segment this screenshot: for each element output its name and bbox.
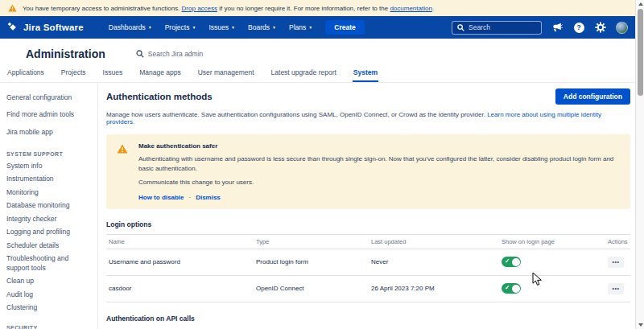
warning-actions: How to disable · Dismiss — [138, 194, 619, 201]
nav-menu-dashboards[interactable]: Dashboards▾ — [103, 20, 157, 35]
nav-menu-issues[interactable]: Issues▾ — [203, 20, 240, 35]
warning-icon — [117, 142, 128, 157]
tab-system[interactable]: System — [353, 66, 378, 82]
row-actions-button[interactable]: ••• — [608, 257, 624, 268]
toggle-knob — [512, 258, 520, 266]
sidebar-item-monitoring[interactable]: Monitoring — [6, 186, 91, 199]
nav-menu-label: Boards — [248, 23, 270, 31]
jira-logo-icon — [7, 22, 19, 33]
nav-menu-boards[interactable]: Boards▾ — [242, 20, 281, 35]
api-auth-title: Authentication on API calls — [106, 315, 630, 323]
settings-gear-icon[interactable] — [594, 21, 607, 34]
checkmark-icon: ✓ — [505, 284, 510, 291]
column-header-name: Name — [106, 235, 254, 249]
sidebar-item-integrity-checker[interactable]: Integrity checker — [6, 212, 91, 225]
sidebar-item-scheduler-details[interactable]: Scheduler details — [6, 239, 91, 252]
nav-search-box[interactable] — [452, 21, 542, 35]
scroll-down-arrow-icon[interactable] — [638, 323, 643, 327]
sidebar-item-instrumentation[interactable]: Instrumentation — [6, 173, 91, 186]
main-header: Authentication methods Add configuration — [106, 88, 630, 105]
row-show-on-login-cell: ✓ — [499, 276, 605, 301]
top-navbar: Jira Software Dashboards▾ Projects▾ Issu… — [0, 16, 635, 39]
row-last-updated: 26 April 2023 7:20 PM — [369, 278, 499, 299]
sidebar-item-logging-and-profiling[interactable]: Logging and profiling — [6, 226, 91, 239]
scroll-up-arrow-icon[interactable] — [638, 2, 643, 6]
chevron-down-icon: ▾ — [273, 25, 275, 30]
row-actions-cell: ••• — [605, 249, 630, 275]
column-header-show-on-login: Show on login page — [499, 235, 605, 249]
search-icon — [457, 24, 464, 31]
scrollbar-thumb[interactable] — [638, 9, 643, 96]
nav-menu-label: Dashboards — [109, 23, 146, 31]
admin-tabs: Applications Projects Issues Manage apps… — [0, 66, 635, 83]
column-header-actions: Actions — [605, 235, 631, 249]
admin-search[interactable] — [136, 50, 253, 58]
show-on-login-toggle[interactable]: ✓ — [502, 283, 521, 294]
how-to-disable-link[interactable]: How to disable — [138, 194, 184, 201]
row-type: OpenID Connect — [254, 278, 369, 299]
login-options-title: Login options — [106, 220, 630, 228]
tab-issues[interactable]: Issues — [102, 66, 124, 82]
question-mark-glyph: ? — [574, 23, 584, 33]
drop-access-link[interactable]: Drop access — [182, 5, 217, 12]
main-pane: Authentication methods Add configuration… — [98, 83, 635, 329]
page-title: Administration — [26, 47, 105, 60]
admin-search-input[interactable] — [148, 50, 253, 58]
tab-applications[interactable]: Applications — [6, 66, 45, 82]
sidebar-item-clean-up[interactable]: Clean up — [6, 275, 91, 288]
warning-title: Make authentication safer — [138, 142, 619, 150]
section-heading: Authentication methods — [106, 92, 213, 101]
jira-admin-app: You have temporary access to administrat… — [0, 0, 635, 329]
warning-body: Authenticating with username and passwor… — [138, 154, 619, 173]
sidebar-item-jira-mobile-app[interactable]: Jira mobile app — [6, 124, 91, 141]
sidebar-group-title: SYSTEM SUPPORT — [6, 151, 91, 157]
ellipsis-icon: ••• — [613, 286, 620, 291]
description-text: Manage how users authenticate. Save auth… — [106, 111, 487, 118]
banner-text-suffix: . — [432, 5, 434, 12]
user-avatar[interactable] — [616, 22, 628, 34]
dismiss-link[interactable]: Dismiss — [196, 194, 221, 201]
search-icon — [136, 50, 144, 58]
announcement-icon[interactable] — [551, 21, 564, 34]
nav-menu-projects[interactable]: Projects▾ — [159, 20, 201, 35]
jira-logo[interactable]: Jira Software — [7, 22, 84, 33]
sidebar-item-system-info[interactable]: System info — [6, 159, 91, 172]
sidebar-group-title: SECURITY — [6, 325, 91, 329]
nav-menu-label: Projects — [165, 23, 190, 31]
sidebar-item-database-monitoring[interactable]: Database monitoring — [6, 199, 91, 212]
banner-text: You have temporary access to administrat… — [23, 5, 434, 12]
row-actions-button[interactable]: ••• — [608, 283, 624, 294]
tab-latest-upgrade-report[interactable]: Latest upgrade report — [270, 66, 337, 82]
tab-projects[interactable]: Projects — [60, 66, 87, 82]
vertical-scrollbar[interactable] — [635, 0, 644, 329]
temporary-access-banner: You have temporary access to administrat… — [0, 0, 635, 16]
sidebar-item-clustering[interactable]: Clustering — [6, 302, 91, 315]
admin-header: Administration — [0, 39, 635, 66]
sidebar-item-troubleshooting[interactable]: Troubleshooting and support tools — [6, 253, 91, 275]
brand-name: Jira Software — [23, 23, 84, 32]
content-area: General configuration Find more admin to… — [0, 83, 635, 329]
chevron-down-icon: ▾ — [232, 25, 234, 30]
sidebar-item-find-more-admin-tools[interactable]: Find more admin tools — [6, 106, 91, 123]
warning-body-2: Communicate this change to your users. — [138, 178, 619, 187]
documentation-link[interactable]: documentation — [390, 5, 431, 12]
sidebar-item-general-configuration[interactable]: General configuration — [6, 89, 91, 106]
checkmark-icon: ✓ — [505, 257, 510, 265]
tab-manage-apps[interactable]: Manage apps — [138, 66, 182, 82]
sidebar-group-general: General configuration Find more admin to… — [6, 89, 91, 141]
tab-user-management[interactable]: User management — [197, 66, 255, 82]
warning-icon — [8, 4, 17, 12]
nav-menu-plans[interactable]: Plans▾ — [283, 20, 317, 35]
create-button[interactable]: Create — [325, 20, 364, 35]
add-configuration-button[interactable]: Add configuration — [555, 88, 630, 105]
sidebar-item-audit-log[interactable]: Audit log — [6, 288, 91, 301]
help-icon[interactable]: ? — [572, 21, 585, 34]
login-options-section: Login options Name Type Last updated Sho… — [106, 220, 630, 302]
show-on-login-toggle[interactable]: ✓ — [502, 257, 521, 267]
nav-search-input[interactable] — [469, 23, 536, 31]
make-auth-safer-warning: Make authentication safer Authenticating… — [106, 134, 630, 209]
nav-menu-label: Plans — [289, 23, 306, 31]
row-name: casdoor — [106, 278, 254, 299]
chevron-down-icon: ▾ — [192, 25, 195, 30]
row-actions-cell: ••• — [605, 276, 630, 302]
